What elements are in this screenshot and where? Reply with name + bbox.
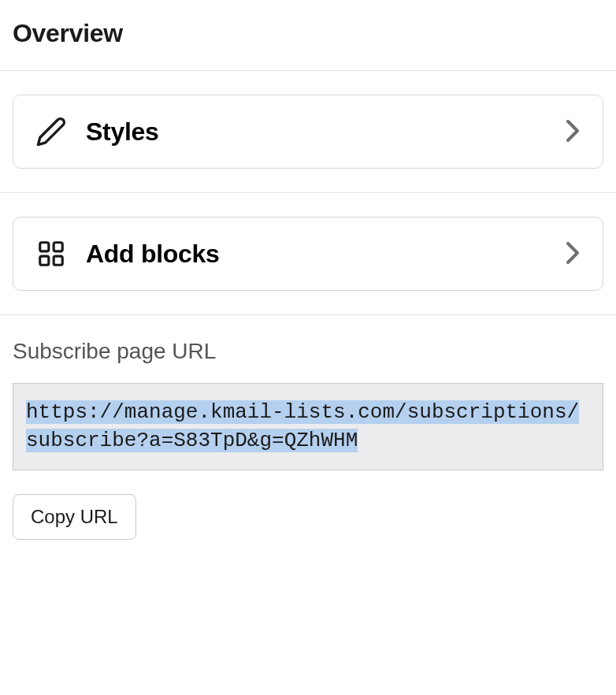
page-title: Overview [13, 19, 603, 48]
blocks-icon [35, 238, 67, 269]
svg-rect-3 [54, 256, 62, 265]
chevron-right-icon [565, 118, 581, 146]
pencil-icon [35, 116, 67, 147]
styles-label: Styles [86, 117, 565, 147]
subscribe-url-text: https://manage.kmail-lists.com/subscript… [26, 400, 579, 452]
styles-button[interactable]: Styles [13, 95, 603, 169]
subscribe-section: Subscribe page URL https://manage.kmail-… [0, 315, 616, 540]
subscribe-url-label: Subscribe page URL [13, 339, 603, 364]
add-blocks-label: Add blocks [86, 240, 565, 269]
styles-section: Styles [0, 71, 616, 193]
svg-rect-2 [40, 256, 49, 265]
add-blocks-section: Add blocks [0, 193, 616, 315]
add-blocks-button[interactable]: Add blocks [13, 217, 603, 291]
svg-rect-1 [54, 243, 62, 251]
subscribe-url-box[interactable]: https://manage.kmail-lists.com/subscript… [13, 383, 603, 470]
header: Overview [0, 0, 616, 71]
svg-rect-0 [40, 243, 49, 251]
chevron-right-icon [565, 240, 581, 268]
copy-url-button[interactable]: Copy URL [13, 494, 136, 540]
